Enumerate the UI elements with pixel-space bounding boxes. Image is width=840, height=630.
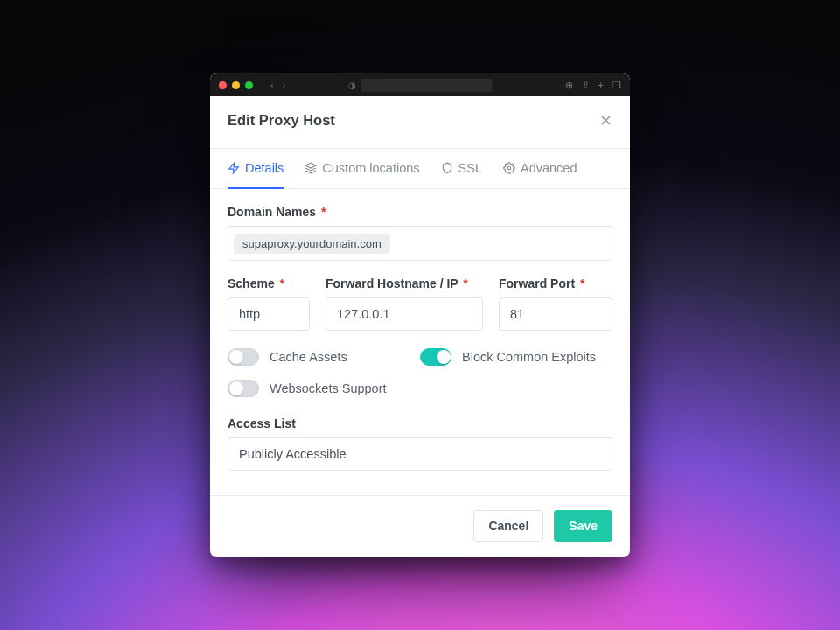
new-tab-icon[interactable]: + [598, 80, 604, 91]
tab-label: Details [245, 161, 284, 175]
modal-header: Edit Proxy Host ✕ [210, 96, 630, 149]
save-button[interactable]: Save [554, 510, 612, 542]
shield-icon [441, 162, 453, 174]
privacy-shield-icon[interactable]: ◑ [348, 80, 356, 90]
cache-assets-toggle[interactable] [228, 348, 259, 366]
tab-details[interactable]: Details [228, 149, 284, 189]
back-icon[interactable]: ‹ [270, 80, 274, 90]
forward-host-label: Forward Hostname / IP * [326, 276, 483, 290]
required-star: * [463, 276, 467, 290]
traffic-lights [219, 81, 253, 89]
gear-icon [503, 162, 515, 174]
tabs-overview-icon[interactable]: ❐ [612, 80, 621, 91]
maximize-window-icon[interactable] [245, 81, 253, 89]
domain-names-label: Domain Names * [228, 205, 612, 219]
modal-footer: Cancel Save [210, 495, 630, 557]
required-star: * [321, 205, 326, 219]
close-window-icon[interactable] [219, 81, 227, 89]
tab-label: Custom locations [322, 161, 419, 175]
tab-ssl[interactable]: SSL [441, 149, 482, 189]
domain-chip[interactable]: supaproxy.yourdomain.com [234, 234, 390, 254]
nav-arrows: ‹ › [270, 80, 285, 90]
svg-marker-1 [305, 163, 316, 168]
websockets-toggle[interactable] [228, 380, 259, 397]
forward-port-label: Forward Port * [499, 276, 612, 290]
block-exploits-toggle[interactable] [420, 348, 452, 366]
titlebar: ‹ › ◑ ⊕ ⇪ + ❐ [210, 74, 630, 96]
address-bar[interactable] [361, 79, 493, 92]
safari-window: ‹ › ◑ ⊕ ⇪ + ❐ Edit Proxy Host ✕ Details … [210, 74, 630, 557]
tab-label: Advanced [521, 161, 578, 175]
block-exploits-label: Block Common Exploits [462, 350, 596, 364]
cancel-button[interactable]: Cancel [473, 510, 543, 542]
forward-port-input[interactable] [499, 298, 612, 331]
forward-host-input[interactable] [326, 298, 483, 331]
tab-label: SSL [458, 161, 482, 175]
modal-title: Edit Proxy Host [228, 112, 335, 129]
svg-point-2 [508, 166, 511, 170]
scheme-label: Scheme * [228, 276, 310, 290]
tab-custom-locations[interactable]: Custom locations [304, 149, 419, 189]
forward-icon[interactable]: › [283, 80, 286, 90]
tab-bar: Details Custom locations SSL Advanced [210, 149, 630, 189]
form-body: Domain Names * supaproxy.yourdomain.com … [210, 189, 630, 474]
scheme-input[interactable] [228, 298, 310, 331]
svg-marker-0 [229, 163, 239, 173]
lightning-icon [228, 162, 240, 174]
layers-icon [304, 162, 317, 174]
required-star: * [580, 276, 584, 290]
download-icon[interactable]: ⊕ [565, 80, 573, 91]
access-list-label: Access List [228, 416, 612, 430]
access-list-select[interactable] [228, 438, 612, 471]
cache-assets-label: Cache Assets [270, 350, 347, 364]
share-icon[interactable]: ⇪ [582, 80, 590, 91]
websockets-label: Websockets Support [270, 382, 387, 396]
domain-names-input[interactable]: supaproxy.yourdomain.com [228, 226, 612, 261]
required-star: * [280, 276, 284, 290]
tab-advanced[interactable]: Advanced [503, 149, 578, 189]
minimize-window-icon[interactable] [232, 81, 240, 89]
close-icon[interactable]: ✕ [599, 113, 612, 129]
